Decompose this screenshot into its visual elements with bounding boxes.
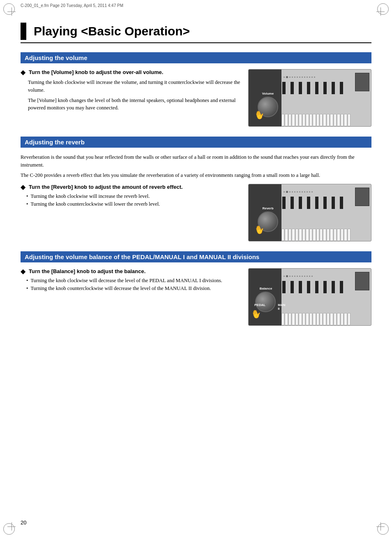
balance-diamond-item: ◆ Turn the [Balance] knob to adjust the …	[21, 268, 242, 275]
wk-7	[302, 114, 305, 126]
reverb-bullet-1: • Turning the knob clockwise will increa…	[26, 193, 242, 199]
balance-white-keys	[281, 313, 350, 325]
reverb-kb-panel: Reverb ✋	[249, 184, 281, 241]
reverb-black-keys	[281, 197, 350, 212]
bk-5	[315, 82, 318, 94]
balance-black-keys	[281, 281, 350, 297]
page-title-section: Playing <Basic Operation>	[21, 23, 371, 43]
balance-knob-area: Balance PEDAL MAN II ✋	[250, 287, 281, 320]
wk-12	[320, 114, 323, 126]
balance-bullet-2: • Turning the knob counterclockwise will…	[26, 285, 242, 292]
volume-black-keys	[281, 82, 350, 97]
wk-13	[323, 114, 326, 126]
volume-keyboard-image: Volume ✋	[248, 69, 371, 127]
volume-knob-section: ◆ Turn the [Volume] knob to adjust the o…	[21, 69, 371, 127]
wk-8	[306, 114, 309, 126]
circle-mark-tl	[3, 3, 15, 15]
balance-diamond-icon: ◆	[21, 267, 25, 275]
reverb-bullet-text-2: Turning the knob counterclockwise will l…	[30, 201, 160, 207]
reverb-bullet-dot-1: •	[26, 193, 28, 199]
balance-knob-section: ◆ Turn the [Balance] knob to adjust the …	[21, 268, 371, 326]
bk-8	[340, 82, 343, 94]
reverb-text: ◆ Turn the [Reverb] knob to adjust the a…	[21, 184, 242, 209]
balance-kb-panel: Balance PEDAL MAN II ✋	[249, 269, 281, 325]
wk-11	[316, 114, 319, 126]
volume-knob-area: Volume ✋	[254, 92, 282, 121]
reverb-knob-tag: Reverb	[262, 206, 273, 210]
circle-mark-bl	[3, 523, 15, 535]
dot-2	[286, 76, 288, 78]
title-sidebar	[21, 23, 26, 40]
balance-text: ◆ Turn the [Balance] knob to adjust the …	[21, 268, 242, 293]
bk-4	[307, 82, 310, 94]
volume-keyboard-graphic: Volume ✋	[248, 69, 371, 127]
reverb-bullet-text-1: Turning the knob clockwise will increase…	[30, 193, 150, 199]
volume-body-2: The [Volume] knob changes the level of b…	[28, 97, 242, 112]
volume-white-keys	[281, 114, 350, 126]
volume-kb-panel: Volume ✋	[249, 70, 281, 126]
wk-18	[341, 114, 344, 126]
balance-knob-tag: Balance	[260, 287, 272, 290]
reverb-section-header: Adjusting the reverb	[21, 137, 371, 148]
volume-diamond-label: Turn the [Volume] knob to adjust the ove…	[29, 69, 163, 75]
page-content: Playing <Basic Operation> Adjusting the …	[21, 23, 371, 326]
dot-10	[307, 77, 308, 78]
balance-diamond-label: Turn the [Balance] knob to adjust the ba…	[29, 268, 145, 274]
circle-mark-tr	[377, 3, 389, 15]
dot-8	[302, 77, 303, 78]
wk-3	[288, 114, 291, 126]
balance-keyboard-image: Balance PEDAL MAN II ✋	[248, 268, 371, 326]
page-number: 20	[21, 519, 26, 526]
page-title: Playing <Basic Operation>	[34, 23, 190, 40]
reverb-bullet-list: • Turning the knob clockwise will increa…	[26, 193, 242, 207]
volume-body-1: Turning the knob clockwise will increase…	[28, 79, 242, 94]
reverb-keyboard-graphic: Reverb ✋	[248, 184, 371, 241]
balance-bullet-list: • Turning the knob clockwise will decrea…	[26, 278, 242, 292]
balance-section-header: Adjusting the volume balance of the PEDA…	[21, 251, 371, 262]
volume-diamond-item: ◆ Turn the [Volume] knob to adjust the o…	[21, 69, 242, 76]
volume-right-block	[355, 73, 369, 91]
wk-14	[327, 114, 330, 126]
dot-6	[297, 77, 298, 78]
bk-3	[299, 82, 302, 94]
reverb-intro-1: Reverberation is the sound that you hear…	[21, 153, 371, 169]
wk-10	[313, 114, 316, 126]
wk-16	[334, 114, 337, 126]
wk-19	[344, 114, 347, 126]
balance-section: Adjusting the volume balance of the PEDA…	[21, 251, 371, 326]
reverb-diamond-item: ◆ Turn the [Reverb] knob to adjust the a…	[21, 184, 242, 191]
balance-bullet-text-1: Turning the knob clockwise will decrease…	[30, 278, 222, 284]
wk-2	[285, 114, 288, 126]
reverb-diamond-label: Turn the [Reverb] knob to adjust the amo…	[29, 184, 183, 190]
dot-4	[292, 77, 293, 78]
reverb-knob-section: ◆ Turn the [Reverb] knob to adjust the a…	[21, 184, 371, 241]
wk-20	[348, 114, 350, 126]
balance-bullet-dot-2: •	[26, 285, 28, 292]
dot-11	[309, 77, 310, 78]
bk-1	[282, 82, 286, 94]
dot-7	[299, 77, 300, 78]
reverb-bullet-2: • Turning the knob counterclockwise will…	[26, 201, 242, 207]
balance-bullet-dot-1: •	[26, 278, 28, 284]
dot-12	[311, 77, 313, 78]
balance-label-man2: MAN II	[278, 303, 285, 311]
volume-text: ◆ Turn the [Volume] knob to adjust the o…	[21, 69, 242, 114]
bk-7	[332, 82, 335, 94]
volume-section-header: Adjusting the volume	[21, 52, 371, 63]
wk-15	[330, 114, 333, 126]
volume-knob-tag: Volume	[262, 92, 274, 95]
wk-17	[337, 114, 340, 126]
volume-section: Adjusting the volume ◆ Turn the [Volume]…	[21, 52, 371, 127]
volume-diamond-icon: ◆	[21, 68, 25, 76]
reverb-intro: Reverberation is the sound that you hear…	[21, 153, 371, 179]
balance-bullet-text-2: Turning the knob counterclockwise will d…	[30, 285, 211, 292]
wk-6	[299, 114, 302, 126]
wk-9	[309, 114, 312, 126]
balance-keyboard-graphic: Balance PEDAL MAN II ✋	[248, 268, 371, 326]
reverb-bullet-dot-2: •	[26, 201, 28, 207]
dot-5	[294, 77, 295, 78]
dot-13	[314, 77, 315, 78]
wk-1	[281, 114, 284, 126]
reverb-section: Adjusting the reverb Reverberation is th…	[21, 137, 371, 241]
balance-bullet-1: • Turning the knob clockwise will decrea…	[26, 278, 242, 284]
